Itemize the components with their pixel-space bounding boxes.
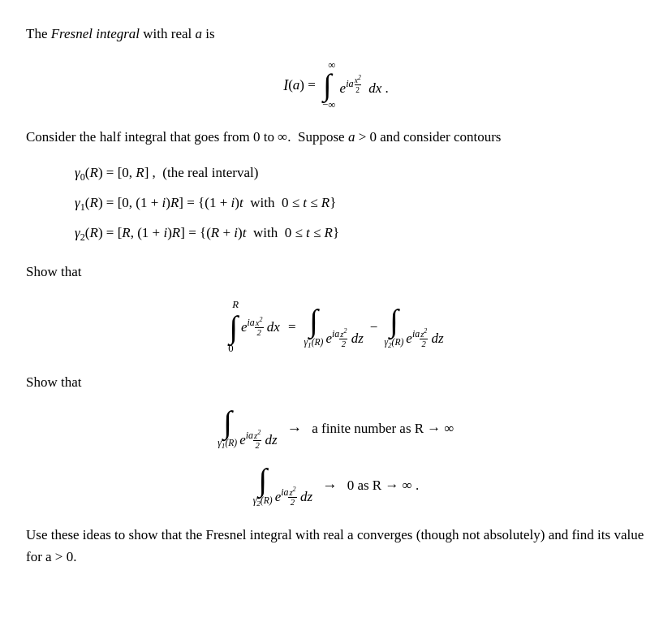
paragraph-1: The Fresnel integral with real a is	[26, 23, 646, 45]
contour-definitions: γ0(R) = [0, R] , (the real interval) γ1(…	[75, 159, 646, 248]
show-that-label-2: Show that	[26, 371, 646, 393]
show-that-label-1: Show that	[26, 261, 646, 283]
second-integrals-display: ∫ γ1(R) eiaz22 dz → a finite number as R…	[26, 406, 646, 508]
main-integral-display: I(a) = ∞ ∫ −∞ eiax22 dx .	[26, 59, 646, 111]
converges-label-1: a finite number as R → ∞	[312, 421, 454, 437]
final-paragraph: Use these ideas to show that the Fresnel…	[26, 524, 646, 568]
converges-label-2: 0 as R → ∞ .	[347, 478, 420, 494]
paragraph-2: Consider the half integral that goes fro…	[26, 126, 646, 148]
first-equation-display: R ∫ 0 eiax22 dx = ∫ γ1(R) eiaz22 dz − ∫ …	[26, 299, 646, 355]
